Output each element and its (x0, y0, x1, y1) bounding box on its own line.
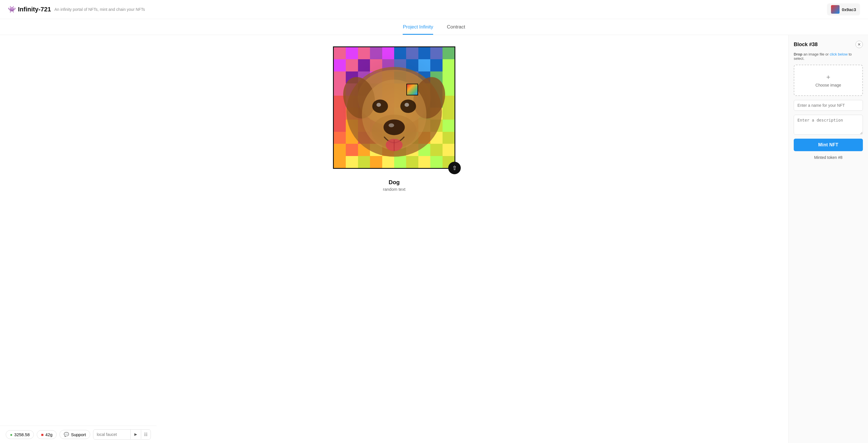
nft-cell[interactable] (430, 59, 442, 71)
nft-cell[interactable] (346, 59, 358, 71)
nft-cell[interactable] (334, 144, 346, 156)
nft-cell[interactable] (430, 156, 442, 168)
nft-cell[interactable] (394, 108, 406, 120)
nft-cell[interactable] (358, 71, 370, 83)
nft-cell[interactable] (430, 144, 442, 156)
nft-cell[interactable] (382, 132, 394, 144)
nft-cell[interactable] (370, 71, 382, 83)
nft-cell[interactable] (358, 83, 370, 95)
nft-cell[interactable] (358, 156, 370, 168)
nft-cell[interactable] (430, 47, 442, 59)
nft-cell[interactable] (346, 144, 358, 156)
nft-cell[interactable] (394, 156, 406, 168)
nft-cell[interactable] (394, 144, 406, 156)
balance-badge[interactable]: ● 3258.58 (6, 430, 34, 439)
nft-cell[interactable] (358, 120, 370, 131)
nft-cell[interactable] (346, 96, 358, 108)
nft-cell[interactable] (346, 47, 358, 59)
nft-cell[interactable] (406, 108, 418, 120)
nft-cell[interactable] (406, 96, 418, 108)
nft-cell[interactable] (442, 96, 455, 108)
nft-cell[interactable] (370, 96, 382, 108)
nft-cell[interactable] (370, 132, 382, 144)
nft-cell[interactable] (358, 144, 370, 156)
nft-cell[interactable] (418, 47, 430, 59)
nft-cell[interactable] (430, 120, 442, 131)
nft-cell[interactable] (418, 108, 430, 120)
nft-cell[interactable] (394, 120, 406, 131)
nft-cell[interactable] (382, 47, 394, 59)
mint-nft-button[interactable]: Mint NFT (794, 139, 863, 151)
faucet-input[interactable] (93, 430, 130, 439)
nft-cell[interactable] (406, 83, 418, 95)
nft-cell[interactable] (406, 144, 418, 156)
faucet-send-button[interactable]: ► (130, 430, 141, 439)
nft-cell[interactable] (394, 96, 406, 108)
nft-cell[interactable] (334, 108, 346, 120)
nft-cell[interactable] (382, 59, 394, 71)
nft-cell[interactable] (346, 83, 358, 95)
nft-cell[interactable] (382, 120, 394, 131)
nft-cell[interactable] (334, 59, 346, 71)
nft-cell[interactable] (334, 156, 346, 168)
nft-cell[interactable] (382, 144, 394, 156)
nft-cell[interactable] (406, 120, 418, 131)
nft-cell[interactable] (442, 59, 455, 71)
nft-cell[interactable] (418, 83, 430, 95)
faucet-copy-button[interactable]: ☷ (141, 430, 151, 439)
nft-cell[interactable] (418, 96, 430, 108)
nft-cell[interactable] (418, 144, 430, 156)
nft-cell[interactable] (346, 120, 358, 131)
nft-cell[interactable] (346, 108, 358, 120)
nft-cell[interactable] (442, 108, 455, 120)
nft-cell[interactable] (430, 71, 442, 83)
nft-cell[interactable] (358, 132, 370, 144)
nft-cell[interactable] (418, 71, 430, 83)
nft-cell[interactable] (334, 120, 346, 131)
nft-cell[interactable] (394, 47, 406, 59)
support-button[interactable]: 💬 Support (60, 430, 90, 439)
nft-cell[interactable] (370, 47, 382, 59)
nft-cell[interactable] (334, 83, 346, 95)
nft-cell[interactable] (334, 71, 346, 83)
nft-cell[interactable] (334, 96, 346, 108)
nft-cell[interactable] (430, 108, 442, 120)
tab-project-infinity[interactable]: Project Infinity (403, 24, 433, 35)
nft-name-input[interactable] (794, 100, 863, 111)
nft-cell[interactable] (370, 156, 382, 168)
nft-cell[interactable] (382, 83, 394, 95)
nft-cell[interactable] (442, 71, 455, 83)
nft-cell[interactable] (382, 71, 394, 83)
nft-cell[interactable] (442, 144, 455, 156)
close-panel-button[interactable]: ✕ (856, 41, 863, 48)
nft-cell[interactable] (394, 59, 406, 71)
nft-cell[interactable] (406, 71, 418, 83)
nft-cell[interactable] (370, 108, 382, 120)
nft-cell[interactable] (346, 156, 358, 168)
nft-cell[interactable] (430, 96, 442, 108)
nft-cell[interactable] (334, 47, 346, 59)
nft-cell[interactable] (382, 156, 394, 168)
nft-cell[interactable] (370, 59, 382, 71)
nft-cell[interactable] (358, 96, 370, 108)
nft-cell[interactable] (370, 120, 382, 131)
nft-cell[interactable] (418, 132, 430, 144)
nft-cell[interactable] (406, 59, 418, 71)
nft-cell[interactable] (442, 83, 455, 95)
nft-cell[interactable] (346, 71, 358, 83)
nft-cell[interactable] (442, 132, 455, 144)
up-arrow-button[interactable]: ⇧ (448, 162, 461, 174)
nft-cell[interactable] (442, 120, 455, 131)
nft-desc-input[interactable] (794, 115, 863, 135)
nft-cell[interactable] (418, 120, 430, 131)
nft-cell[interactable] (430, 83, 442, 95)
nft-cell[interactable] (382, 96, 394, 108)
tab-contract[interactable]: Contract (447, 24, 465, 35)
nft-cell[interactable] (394, 83, 406, 95)
nft-cell[interactable] (406, 132, 418, 144)
gas-badge[interactable]: ■ 42g (37, 430, 57, 439)
nft-cell[interactable] (430, 132, 442, 144)
nft-cell[interactable] (358, 59, 370, 71)
wallet-badge[interactable]: 0x9ac3 (827, 3, 860, 16)
nft-cell[interactable] (394, 71, 406, 83)
